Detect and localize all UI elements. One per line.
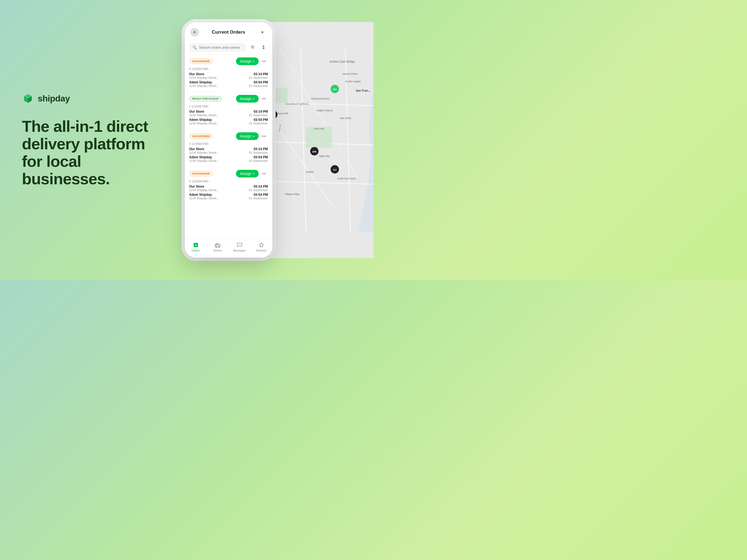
svg-text:Daly City: Daly City bbox=[319, 154, 330, 157]
order-header-4: UNASSIGNED Assign + ••• bbox=[189, 170, 268, 177]
dropoff-addr-4: 1234 Shipday Street... bbox=[189, 197, 219, 200]
svg-text:University of California: University of California bbox=[285, 103, 308, 105]
order-number-2: # 1234567890 bbox=[189, 105, 268, 108]
nav-reviews[interactable]: Reviews bbox=[251, 242, 272, 252]
dropoff-name-4: Adem Shipday bbox=[189, 193, 219, 197]
pickup-date-3: 01 September bbox=[249, 151, 268, 154]
assign-button-1[interactable]: Assign + bbox=[236, 57, 258, 65]
svg-text:Colma: Colma bbox=[306, 170, 314, 173]
status-badge-3: UNASSIGNED bbox=[189, 133, 213, 139]
svg-text:Richmond District: Richmond District bbox=[311, 97, 330, 100]
order-card-4: UNASSIGNED Assign + ••• # 1234567890 Ou bbox=[185, 167, 272, 205]
search-input[interactable] bbox=[199, 45, 243, 50]
order-header-1: UNASSIGNED Assign + ••• bbox=[189, 57, 268, 65]
nav-drivers-label: Drivers bbox=[213, 249, 222, 252]
svg-text:MR: MR bbox=[312, 150, 316, 153]
dropoff-date-3: 01 September bbox=[249, 159, 268, 162]
dropoff-addr-2: 1234 Shipday Street... bbox=[189, 122, 219, 125]
pickup-addr-2: 1234 Shipday Street... bbox=[189, 113, 219, 117]
pickup-time-2: 03:14 PM 01 September bbox=[249, 110, 268, 117]
orders-list: UNASSIGNED Assign + ••• # 1234567890 Ou bbox=[185, 55, 272, 239]
app-title: Current Orders bbox=[212, 29, 245, 35]
assign-plus-1: + bbox=[252, 59, 255, 63]
pickup-date-1: 01 September bbox=[249, 76, 268, 79]
svg-text:Milagra Ridge: Milagra Ridge bbox=[285, 193, 300, 196]
search-input-area[interactable]: 🔍 bbox=[189, 43, 246, 52]
headline-line3: for local businesses. bbox=[22, 153, 163, 187]
assign-plus-3: + bbox=[252, 134, 255, 138]
assign-label-4: Assign bbox=[240, 172, 251, 176]
pickup-date-4: 01 September bbox=[249, 188, 268, 192]
main-container: shipday The all-in-1 direct delivery pla… bbox=[0, 0, 374, 280]
order-number-3: # 1234567890 bbox=[189, 142, 268, 146]
pickup-time-val-3: 03:14 PM bbox=[249, 147, 268, 151]
messages-nav-icon bbox=[236, 242, 242, 248]
order-card-2: READY FOR PICKUP Assign + ••• # 12345678… bbox=[185, 92, 272, 130]
phone-app-header: A Current Orders + bbox=[185, 22, 272, 40]
assign-button-2[interactable]: Assign + bbox=[236, 95, 258, 103]
assign-button-3[interactable]: Assign + bbox=[236, 132, 258, 140]
svg-text:Glen Park: Glen Park bbox=[314, 127, 324, 130]
assign-label-1: Assign bbox=[240, 59, 251, 63]
dropoff-location-3: Adem Shipday 1234 Shipday Street... bbox=[189, 155, 219, 162]
order-dropoff-row-2: Adem Shipday 1234 Shipday Street... 03:5… bbox=[189, 118, 268, 125]
more-menu-2[interactable]: ••• bbox=[260, 95, 268, 103]
more-menu-4[interactable]: ••• bbox=[260, 170, 268, 177]
pickup-location-4: Our Store 1234 Shipday Street... bbox=[189, 184, 219, 192]
order-header-3: UNASSIGNED Assign + ••• bbox=[189, 132, 268, 140]
drivers-nav-icon bbox=[215, 242, 221, 248]
status-badge-2: READY FOR PICKUP bbox=[189, 96, 222, 101]
dropoff-addr-3: 1234 Shipday Street... bbox=[189, 159, 219, 162]
assign-label-3: Assign bbox=[240, 134, 251, 138]
dropoff-name-1: Adem Shipday bbox=[189, 80, 219, 84]
nav-orders-label: Orders bbox=[191, 249, 200, 252]
pickup-name-3: Our Store bbox=[189, 147, 219, 151]
order-pickup-row-4: Our Store 1234 Shipday Street... 03:14 P… bbox=[189, 184, 268, 192]
order-number-1: # 1234567890 bbox=[189, 67, 268, 71]
nav-orders[interactable]: $ Orders bbox=[185, 242, 207, 252]
pickup-date-2: 01 September bbox=[249, 113, 268, 117]
svg-text:Pacific Heights: Pacific Heights bbox=[345, 80, 361, 83]
svg-text:Forest Hill: Forest Hill bbox=[277, 112, 288, 115]
pickup-addr-4: 1234 Shipday Street... bbox=[189, 188, 219, 192]
phone-mockup: A Current Orders + 🔍 bbox=[185, 22, 272, 258]
order-number-4: # 1234567890 bbox=[189, 180, 268, 183]
dropoff-location-1: Adem Shipday 1234 Shipday Street... bbox=[189, 80, 219, 87]
right-panel: Golden Gate Bridge Marina District Pacif… bbox=[179, 0, 374, 280]
dropoff-time-4: 03:54 PM 01 September bbox=[249, 193, 268, 200]
headline-line1: The all-in-1 direct bbox=[22, 118, 163, 135]
headline-line2: delivery platform bbox=[22, 135, 163, 153]
order-card-1: UNASSIGNED Assign + ••• # 1234567890 Ou bbox=[185, 55, 272, 92]
assign-button-4[interactable]: Assign + bbox=[236, 170, 258, 177]
sort-button[interactable] bbox=[259, 43, 268, 52]
order-pickup-row-1: Our Store 1234 Shipday Street... 03:14 P… bbox=[189, 72, 268, 79]
svg-text:SH: SH bbox=[333, 88, 336, 91]
dropoff-date-1: 01 September bbox=[249, 84, 268, 87]
svg-text:Noe Valley: Noe Valley bbox=[340, 117, 351, 120]
filter-button[interactable] bbox=[248, 43, 257, 52]
add-button[interactable]: + bbox=[258, 28, 267, 36]
dropoff-location-4: Adem Shipday 1234 Shipday Street... bbox=[189, 193, 219, 200]
status-badge-4: UNASSIGNED bbox=[189, 171, 213, 176]
pickup-time-3: 03:14 PM 01 September bbox=[249, 147, 268, 154]
more-menu-3[interactable]: ••• bbox=[260, 132, 268, 140]
nav-drivers[interactable]: Drivers bbox=[207, 242, 229, 252]
pickup-time-val-1: 03:14 PM bbox=[249, 72, 268, 76]
pickup-name-2: Our Store bbox=[189, 110, 219, 113]
svg-text:Golden Gate Bridge: Golden Gate Bridge bbox=[330, 60, 355, 63]
search-actions bbox=[248, 43, 268, 52]
svg-text:$: $ bbox=[195, 244, 196, 247]
pickup-location-2: Our Store 1234 Shipday Street... bbox=[189, 110, 219, 117]
svg-text:San Fran...: San Fran... bbox=[356, 89, 370, 92]
user-avatar: A bbox=[190, 28, 199, 36]
pickup-time-val-4: 03:14 PM bbox=[249, 184, 268, 188]
dropoff-time-val-2: 03:54 PM bbox=[249, 118, 268, 122]
order-dropoff-row-4: Adem Shipday 1234 Shipday Street... 03:5… bbox=[189, 193, 268, 200]
dropoff-time-val-4: 03:54 PM bbox=[249, 193, 268, 197]
dropoff-time-1: 03:54 PM 01 September bbox=[249, 80, 268, 87]
more-menu-1[interactable]: ••• bbox=[260, 57, 268, 65]
dropoff-date-4: 01 September bbox=[249, 197, 268, 200]
nav-messages[interactable]: Messages bbox=[229, 242, 251, 252]
assign-plus-4: + bbox=[252, 172, 255, 176]
headline: The all-in-1 direct delivery platform fo… bbox=[22, 118, 163, 187]
